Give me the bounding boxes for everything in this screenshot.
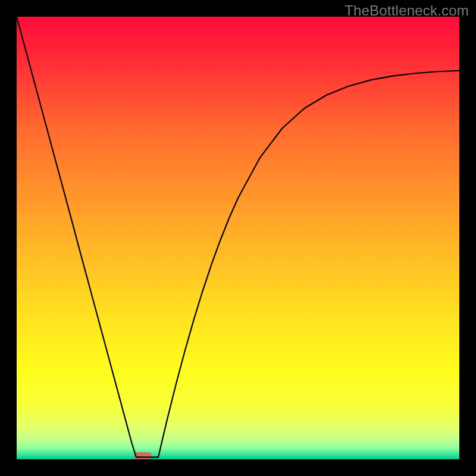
chart-canvas xyxy=(17,17,459,459)
plot-area xyxy=(17,17,459,459)
chart-frame: TheBottleneck.com xyxy=(0,0,476,476)
watermark-label: TheBottleneck.com xyxy=(345,2,469,19)
